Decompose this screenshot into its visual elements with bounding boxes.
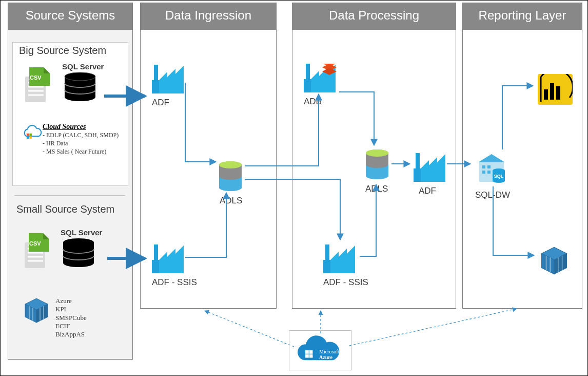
adls-label: ADLS [220, 196, 243, 206]
svg-point-46 [366, 149, 388, 157]
svg-marker-49 [429, 157, 437, 182]
svg-rect-11 [27, 136, 29, 139]
svg-rect-76 [309, 350, 313, 354]
report-cube-icon [539, 246, 570, 278]
svg-marker-54 [339, 249, 347, 273]
powerbi-icon [538, 74, 573, 107]
svg-marker-55 [347, 246, 355, 273]
svg-rect-52 [323, 260, 330, 273]
svg-rect-12 [29, 136, 32, 139]
azure-cloud-footer: Microsoft Azure [289, 330, 351, 370]
svg-rect-78 [309, 354, 313, 358]
svg-rect-57 [538, 74, 573, 105]
svg-rect-56 [325, 245, 329, 260]
sqldw-icon: SQL SQL-DW [475, 153, 510, 200]
cube-item: SMSPCube [55, 314, 87, 322]
svg-rect-59 [550, 83, 554, 100]
svg-rect-75 [305, 350, 309, 354]
small-source-title: Small Source System [16, 203, 114, 215]
azure-brand-2: Azure [319, 355, 339, 361]
adls-icon: ADLS [218, 161, 243, 206]
csv-file-icon: .CSV [21, 67, 52, 104]
svg-rect-37 [304, 79, 311, 92]
svg-rect-58 [544, 89, 548, 100]
svg-marker-35 [175, 246, 184, 273]
svg-marker-53 [330, 252, 339, 273]
svg-point-69 [493, 179, 505, 183]
svg-marker-27 [167, 69, 175, 93]
sqlserver-icon: SQL Server [62, 62, 113, 104]
svg-rect-29 [154, 65, 158, 80]
svg-rect-60 [556, 86, 560, 100]
svg-marker-50 [437, 154, 445, 182]
adf-ssis-factory-icon: ADF - SSIS [152, 245, 197, 288]
adf-factory-icon: ADF [152, 65, 185, 108]
svg-point-31 [219, 161, 242, 168]
source-divider [14, 195, 125, 196]
panel-source: Source Systems Big Source System .CSV [8, 3, 133, 360]
svg-marker-28 [175, 66, 184, 93]
svg-rect-32 [152, 260, 159, 273]
csv-badge-text-small: .CSV [28, 240, 41, 247]
adf-process-icon: ADF [414, 153, 446, 196]
svg-marker-38 [311, 71, 319, 92]
panel-source-title: Source Systems [8, 3, 132, 30]
cloud-sources-block: Cloud Sources - EDLP (CALC, SDH, SMDP) -… [21, 123, 124, 156]
svg-rect-66 [487, 171, 491, 174]
cloud-icon [20, 125, 43, 140]
svg-rect-47 [414, 168, 421, 182]
adf-label: ADF [152, 98, 185, 108]
svg-marker-34 [167, 249, 175, 273]
svg-rect-41 [306, 64, 310, 79]
cube-item: BizAppAS [55, 330, 87, 339]
adb-label: ADB [304, 97, 337, 107]
adls-process-label: ADLS [365, 184, 390, 194]
svg-rect-9 [27, 134, 29, 136]
svg-rect-10 [29, 134, 32, 136]
panel-process: Data Processing ADB [292, 3, 456, 309]
svg-marker-61 [478, 154, 505, 162]
panel-ingress-title: Data Ingression [141, 3, 276, 30]
svg-line-83 [205, 311, 294, 347]
panel-ingress: Data Ingression ADF ADLS [140, 3, 277, 309]
panel-report-title: Reporting Layer [463, 3, 582, 30]
sqldw-label: SQL-DW [475, 190, 510, 200]
cube-item: ECIF [55, 322, 87, 330]
azure-brand-1: Microsoft [319, 349, 339, 355]
svg-rect-64 [487, 165, 491, 168]
sqlserver-icon-small: SQL Server [61, 228, 112, 270]
svg-marker-33 [159, 252, 167, 273]
svg-line-85 [349, 309, 517, 346]
sqlserver-label: SQL Server [62, 62, 113, 71]
adf-ssis-label: ADF - SSIS [152, 277, 197, 288]
svg-rect-77 [305, 354, 309, 358]
adls-process-icon: ADLS [364, 149, 390, 194]
big-source-title: Big Source System [19, 45, 106, 57]
azure-cube-icon [23, 297, 50, 327]
cloud-source-item: - EDLP (CALC, SDH, SMDP) [43, 131, 124, 139]
svg-rect-65 [482, 171, 485, 174]
adb-icon: ADB [304, 64, 337, 107]
big-source-box: Big Source System .CSV SQL Server [12, 42, 128, 186]
csv-badge-text: .CSV [28, 74, 42, 81]
svg-rect-36 [154, 245, 158, 260]
adf-ssis-process-icon: ADF - SSIS [323, 245, 368, 288]
svg-marker-26 [159, 72, 167, 93]
cloud-sources-title: Cloud Sources [43, 123, 124, 131]
adf-process-label: ADF [419, 186, 446, 196]
adf-ssis-process-label173: ADF - SSIS [323, 277, 368, 288]
csv-file-icon-small: .CSV [21, 233, 51, 270]
cube-item: KPI [55, 305, 87, 313]
svg-rect-51 [416, 153, 420, 168]
svg-marker-48 [421, 160, 429, 182]
cloud-source-item: - HR Data [43, 139, 124, 147]
sqlserver-label-small: SQL Server [61, 228, 112, 237]
svg-rect-25 [152, 80, 159, 93]
svg-rect-63 [482, 165, 485, 168]
svg-text:SQL: SQL [494, 174, 504, 179]
cube-item: Azure [55, 297, 87, 305]
cloud-source-item: - MS Sales ( Near Future) [43, 147, 124, 156]
panel-process-title: Data Processing [292, 3, 456, 30]
panel-report: Reporting Layer [462, 3, 582, 309]
